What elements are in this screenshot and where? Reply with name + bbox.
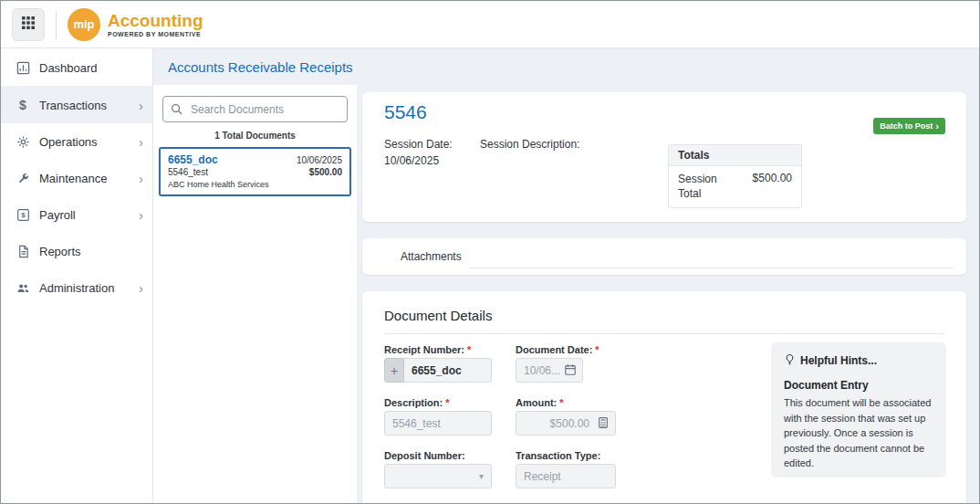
hints-subtitle: Document Entry [784,379,933,392]
hints-title-row: Helpful Hints... [784,353,933,368]
maintenance-wrench-icon [14,172,32,185]
required-marker: * [467,344,471,355]
search-icon [170,102,183,120]
amount-value: $500.00 [524,417,608,430]
amount-label-text: Amount: [516,397,557,408]
totals-title: Totals [669,145,801,166]
batch-arrow-icon: › [935,121,939,131]
svg-text:$: $ [21,211,26,219]
sidebar-item-label: Reports [39,245,81,258]
sidebar-item-label: Operations [39,135,98,149]
apps-grid-icon [21,16,36,34]
documents-total-label: 1 Total Documents [153,122,357,147]
transaction-type-label: Transaction Type: [516,450,600,461]
receipt-number-group: + 6655_doc [384,358,492,383]
amount-label: Amount:* [516,397,564,408]
add-receipt-number-button[interactable]: + [384,358,404,383]
document-date-value: 10/06... [524,364,560,377]
required-marker: * [595,344,599,355]
sidebar-item-transactions[interactable]: $ Transactions › [1,87,152,123]
chevron-right-icon: › [139,99,143,112]
sidebar-item-reports[interactable]: Reports [1,233,152,269]
lightbulb-icon [784,353,796,368]
sidebar-item-label: Payroll [39,208,76,222]
chevron-right-icon: › [139,208,143,222]
document-details-title: Document Details [384,308,944,323]
operations-gear-icon [14,135,32,149]
details-divider [384,333,944,334]
receipt-number-field[interactable]: 6655_doc [404,358,492,383]
description-value: 5546_test [392,417,441,430]
document-details-card: Document Details Receipt Number:* Docume… [362,291,966,503]
sidebar-item-dashboard[interactable]: Dashboard [1,50,152,87]
administration-users-icon [14,281,32,295]
session-card: 5546 Session Date: 10/06/2025 Session De… [362,92,966,222]
document-date-label: Document Date:* [516,344,599,355]
brand-block: Accounting POWERED BY MOMENTIVE [108,12,203,37]
page-title: Accounts Receivable Receipts [168,59,353,75]
sidebar-nav: Dashboard $ Transactions › Operations › … [1,48,153,503]
document-date: 10/06/2025 [297,155,342,165]
top-header: mip Accounting POWERED BY MOMENTIVE [1,1,979,48]
search-documents-input[interactable] [162,96,348,122]
required-marker: * [559,397,563,408]
receipt-number-label-text: Receipt Number: [384,344,464,355]
document-number: 6655_doc [168,153,218,166]
totals-row-label: Session Total [678,172,731,201]
mip-logo-text: mip [73,17,94,31]
apps-grid-button[interactable] [12,8,45,41]
totals-row: Session Total $500.00 [669,166,801,207]
amount-field[interactable]: $500.00 [516,411,616,436]
calculator-icon[interactable] [597,416,610,432]
deposit-number-select[interactable]: ▾ [384,464,492,488]
reports-document-icon [14,245,32,258]
session-description-label: Session Description: [480,138,579,151]
mip-logo: mip [68,8,100,41]
dropdown-arrow-icon: ▾ [479,471,484,481]
document-date-field[interactable]: 10/06... [516,358,583,383]
transaction-type-field[interactable]: Receipt [516,464,616,488]
session-date-value: 10/06/2025 [384,154,439,167]
dashboard-icon [14,61,32,75]
sidebar-item-operations[interactable]: Operations › [1,123,152,160]
plus-icon: + [391,363,398,378]
calendar-icon[interactable] [564,363,577,379]
sidebar-item-maintenance[interactable]: Maintenance › [1,160,152,196]
header-divider [56,11,57,38]
helpful-hints-box: Helpful Hints... Document Entry This doc… [771,342,946,478]
chevron-right-icon: › [139,172,143,185]
chevron-right-icon: › [139,281,143,295]
documents-panel: 1 Total Documents 6655_doc 10/06/2025 55… [153,85,357,503]
totals-row-value: $500.00 [753,172,792,201]
required-marker: * [445,397,449,408]
document-amount: $500.00 [309,167,342,177]
document-row-top: 6655_doc 10/06/2025 [168,153,342,166]
totals-box: Totals Session Total $500.00 [668,144,802,208]
description-field[interactable]: 5546_test [384,411,492,436]
tab-attachments[interactable]: Attachments [395,239,467,274]
sidebar-item-label: Administration [39,281,114,295]
batch-to-post-button[interactable]: Batch to Post › [873,118,945,134]
document-date-label-text: Document Date: [516,344,592,355]
description-label: Description:* [384,397,449,408]
transactions-icon: $ [14,98,32,112]
sidebar-item-administration[interactable]: Administration › [1,269,152,306]
batch-to-post-label: Batch to Post [880,121,933,131]
document-customer: ABC Home Health Services [168,180,342,189]
sidebar-item-payroll[interactable]: $ Payroll › [1,196,152,233]
document-list-item-selected[interactable]: 6655_doc 10/06/2025 5546_test $500.00 AB… [159,147,351,196]
session-number: 5546 [384,101,427,123]
attachments-card: Attachments [362,238,966,275]
search-wrap [162,96,348,122]
hints-body: This document will be associated with th… [784,395,933,471]
payroll-icon: $ [14,208,32,222]
sidebar-item-label: Maintenance [39,172,107,185]
receipt-number-label: Receipt Number:* [384,344,471,355]
document-description: 5546_test [168,167,208,177]
sidebar-item-label: Transactions [39,99,107,112]
main-content: Accounts Receivable Receipts 1 Total Doc… [153,48,979,503]
chevron-right-icon: › [139,135,143,149]
sidebar-item-label: Dashboard [39,61,98,75]
receipt-number-value: 6655_doc [412,364,462,377]
session-date-label: Session Date: [384,138,453,151]
